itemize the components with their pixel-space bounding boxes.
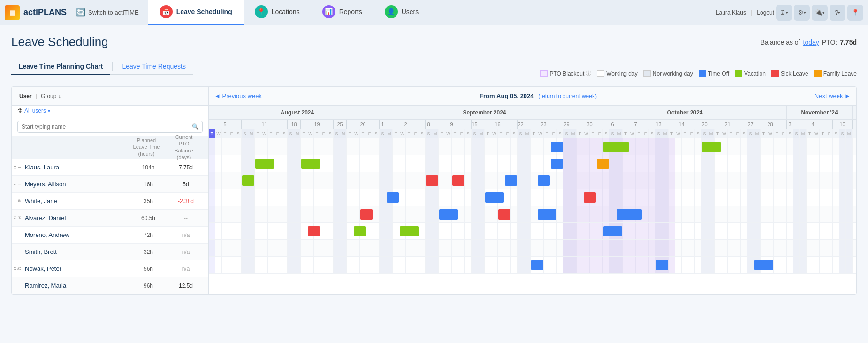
day-slot[interactable] (334, 223, 340, 239)
switch-to-actitime-button[interactable]: 🔄 Switch to actiTIME (76, 8, 139, 17)
day-slot[interactable] (485, 257, 491, 273)
leave-bar-sick[interactable] (498, 209, 510, 220)
day-slot[interactable] (235, 138, 242, 155)
day-slot[interactable] (590, 257, 596, 273)
day-slot[interactable] (623, 189, 629, 206)
leave-bar-timeoff[interactable] (551, 142, 563, 152)
day-slot[interactable] (747, 223, 754, 239)
day-slot[interactable] (511, 206, 518, 222)
day-slot[interactable] (662, 206, 669, 222)
day-slot[interactable] (577, 223, 583, 239)
day-slot[interactable] (524, 155, 531, 172)
day-slot[interactable] (347, 155, 353, 172)
day-slot[interactable] (288, 257, 294, 273)
day-slot[interactable] (255, 240, 261, 256)
day-slot[interactable] (688, 223, 695, 239)
day-slot[interactable] (767, 138, 774, 155)
day-slot[interactable] (728, 172, 734, 189)
day-slot[interactable] (616, 240, 623, 256)
day-slot[interactable] (439, 172, 445, 189)
day-slot[interactable] (472, 155, 478, 172)
day-slot[interactable] (445, 189, 452, 206)
day-slot[interactable] (820, 223, 826, 239)
day-slot[interactable] (813, 138, 820, 155)
day-slot[interactable] (386, 155, 393, 172)
day-slot[interactable] (261, 206, 268, 222)
day-slot[interactable] (813, 223, 820, 239)
day-slot[interactable] (800, 206, 807, 222)
tab-planning-chart[interactable]: Leave Time Planning Chart (11, 59, 110, 75)
day-slot[interactable] (261, 138, 268, 155)
day-slot[interactable] (544, 257, 550, 273)
day-slot[interactable] (465, 189, 472, 206)
day-slot[interactable] (682, 138, 688, 155)
day-slot[interactable] (261, 172, 268, 189)
day-slot[interactable] (761, 172, 767, 189)
day-slot[interactable] (761, 138, 767, 155)
day-slot[interactable] (373, 172, 380, 189)
day-slot[interactable] (518, 138, 524, 155)
day-slot[interactable] (393, 206, 399, 222)
group-sort-btn[interactable]: Group ↓ (39, 92, 63, 100)
day-slot[interactable] (544, 223, 550, 239)
day-slot[interactable] (228, 206, 235, 222)
day-slot[interactable] (793, 172, 800, 189)
day-slot[interactable] (550, 172, 557, 189)
day-slot[interactable] (373, 257, 380, 273)
day-slot[interactable] (491, 172, 498, 189)
day-slot[interactable] (734, 257, 741, 273)
day-slot[interactable] (590, 172, 596, 189)
day-slot[interactable] (288, 155, 294, 172)
day-slot[interactable] (623, 172, 629, 189)
day-slot[interactable] (327, 138, 334, 155)
day-slot[interactable] (682, 257, 688, 273)
logout-link[interactable]: Logout (757, 9, 774, 16)
day-slot[interactable] (314, 189, 320, 206)
day-slot[interactable] (419, 155, 426, 172)
day-slot[interactable] (577, 206, 583, 222)
day-slot[interactable] (655, 189, 662, 206)
day-slot[interactable] (439, 189, 445, 206)
day-slot[interactable] (774, 189, 780, 206)
day-slot[interactable] (228, 240, 235, 256)
day-slot[interactable] (695, 138, 701, 155)
day-slot[interactable] (531, 138, 537, 155)
day-slot[interactable] (537, 155, 544, 172)
day-slot[interactable] (616, 155, 623, 172)
day-slot[interactable] (715, 172, 721, 189)
day-slot[interactable] (353, 172, 360, 189)
day-slot[interactable] (412, 206, 419, 222)
day-slot[interactable] (419, 223, 426, 239)
day-slot[interactable] (596, 138, 603, 155)
day-slot[interactable] (780, 172, 787, 189)
day-slot[interactable] (281, 223, 288, 239)
day-slot[interactable] (340, 240, 347, 256)
day-slot[interactable] (314, 240, 320, 256)
day-slot[interactable] (215, 172, 222, 189)
day-slot[interactable] (518, 172, 524, 189)
day-slot[interactable] (688, 206, 695, 222)
day-slot[interactable] (642, 206, 649, 222)
day-slot[interactable] (846, 223, 853, 239)
leave-bar-vacation[interactable] (301, 159, 320, 169)
day-slot[interactable] (393, 257, 399, 273)
day-slot[interactable] (655, 240, 662, 256)
day-slot[interactable] (544, 155, 550, 172)
day-slot[interactable] (655, 138, 662, 155)
day-slot[interactable] (741, 138, 747, 155)
day-slot[interactable] (583, 172, 590, 189)
day-slot[interactable] (347, 172, 353, 189)
day-slot[interactable] (209, 138, 215, 155)
day-slot[interactable] (793, 155, 800, 172)
day-slot[interactable] (846, 172, 853, 189)
day-slot[interactable] (518, 189, 524, 206)
day-slot[interactable] (406, 257, 412, 273)
day-slot[interactable] (340, 206, 347, 222)
day-slot[interactable] (426, 240, 432, 256)
day-slot[interactable] (701, 172, 708, 189)
day-slot[interactable] (478, 240, 485, 256)
day-slot[interactable] (209, 155, 215, 172)
day-slot[interactable] (701, 223, 708, 239)
day-slot[interactable] (439, 257, 445, 273)
leave-bar-timeoff[interactable] (387, 192, 399, 203)
